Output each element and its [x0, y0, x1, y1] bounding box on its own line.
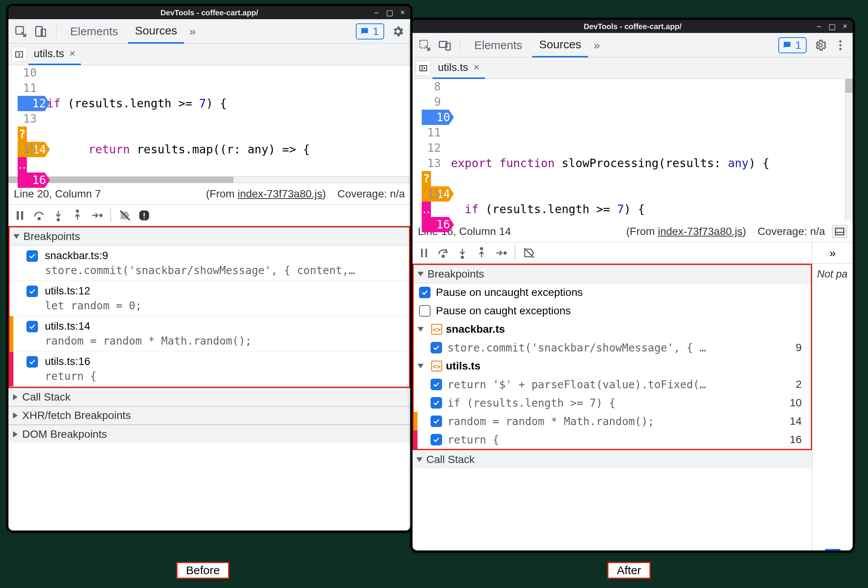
callstack-header[interactable]: Call Stack — [413, 450, 812, 468]
pause-exceptions-icon[interactable] — [136, 207, 153, 224]
breakpoint-flag-logpoint[interactable]: 16 — [18, 172, 50, 188]
breakpoints-section-header[interactable]: Breakpoints — [414, 265, 811, 283]
breakpoint-item[interactable]: utils.ts:14 random = random * Math.rando… — [10, 316, 409, 351]
svg-point-8 — [76, 210, 79, 212]
step-over-icon[interactable] — [435, 245, 452, 261]
checkbox-checked-icon[interactable] — [26, 250, 38, 262]
breakpoint-item[interactable]: snackbar.ts:9 store.commit('snackbar/sho… — [10, 246, 409, 281]
breakpoint-flag-logpoint[interactable]: 16 — [422, 217, 454, 232]
breakpoint-row[interactable]: if (results.length >= 7) { 10 — [414, 394, 811, 412]
xhr-breakpoints-header[interactable]: XHR/fetch Breakpoints — [8, 406, 410, 425]
checkbox-checked-icon[interactable] — [26, 356, 38, 368]
deactivate-breakpoints-icon[interactable] — [521, 245, 538, 261]
tab-elements[interactable]: Elements — [467, 33, 529, 57]
kebab-menu-icon[interactable] — [832, 37, 849, 54]
step-into-icon[interactable] — [454, 245, 471, 261]
os-close-button[interactable]: × — [397, 8, 408, 17]
step-into-icon[interactable] — [50, 207, 67, 224]
sourcemap-link[interactable]: index-73f73a80.js — [238, 188, 322, 200]
editor-status-bar: Line 20, Column 7 (From index-73f73a80.j… — [8, 183, 410, 205]
step-out-icon[interactable] — [69, 207, 86, 224]
close-tab-icon[interactable]: × — [473, 61, 479, 73]
issues-counter[interactable]: 1 — [356, 23, 384, 39]
deactivate-breakpoints-icon[interactable] — [117, 207, 133, 224]
issues-counter[interactable]: 1 — [778, 37, 807, 53]
step-over-icon[interactable] — [31, 207, 48, 224]
navigator-toggle-icon[interactable] — [416, 61, 431, 76]
settings-gear-icon[interactable] — [390, 23, 406, 40]
code-text[interactable]: if (results.length >= 7) { return result… — [41, 65, 410, 176]
os-minimize-button[interactable]: – — [814, 22, 824, 31]
checkbox-checked-icon[interactable] — [26, 286, 38, 297]
breakpoint-item[interactable]: utils.ts:16 return { — [10, 351, 409, 387]
gutter[interactable]: 10 11 12 13 ?14 15 ‥16 — [8, 65, 41, 176]
breakpoint-flag[interactable]: 12 — [18, 96, 50, 111]
device-toggle-icon[interactable] — [32, 23, 49, 40]
code-editor[interactable]: 8 9 10 11 12 13 ?14 15 ‥16 export functi… — [413, 79, 853, 221]
pause-uncaught-row[interactable]: Pause on uncaught exceptions — [414, 283, 811, 302]
checkbox-checked-icon[interactable] — [419, 287, 431, 298]
checkbox-checked-icon[interactable] — [431, 379, 442, 390]
tab-overflow[interactable]: » — [187, 19, 198, 44]
sourcemap-link[interactable]: index-73f73a80.js — [658, 225, 743, 237]
breakpoints-section-header[interactable]: Breakpoints — [10, 227, 409, 246]
os-maximize-button[interactable]: ▢ — [827, 22, 837, 31]
breakpoint-flag[interactable]: 10 — [422, 110, 454, 125]
breakpoint-row[interactable]: return { 16 — [414, 430, 811, 449]
navigator-toggle-icon[interactable] — [12, 47, 27, 62]
os-maximize-button[interactable]: ▢ — [384, 8, 395, 17]
breakpoint-item[interactable]: utils.ts:12 let random = 0; — [10, 281, 409, 316]
step-icon[interactable] — [492, 245, 509, 261]
inspect-element-icon[interactable] — [12, 23, 29, 40]
checkbox-checked-icon[interactable] — [26, 321, 38, 332]
checkbox-checked-icon[interactable] — [431, 416, 442, 427]
inspect-element-icon[interactable] — [416, 37, 433, 54]
v-scrollbar[interactable] — [845, 79, 853, 221]
breakpoints-panel-highlight: Breakpoints snackbar.ts:9 store.commit('… — [8, 226, 410, 388]
debugger-controls — [8, 205, 410, 226]
h-scrollbar[interactable] — [8, 176, 410, 183]
os-minimize-button[interactable]: – — [371, 8, 382, 17]
expand-triangle-icon — [418, 272, 424, 276]
os-close-button[interactable]: × — [840, 22, 850, 31]
close-tab-icon[interactable]: × — [69, 48, 75, 59]
pause-caught-row[interactable]: Pause on caught exceptions — [414, 302, 811, 320]
gutter[interactable]: 8 9 10 11 12 13 ?14 15 ‥16 — [413, 79, 445, 221]
tab-sources[interactable]: Sources — [532, 33, 588, 57]
breakpoint-row[interactable]: store.commit('snackbar/showMessage', { …… — [414, 338, 811, 357]
cursor-position: Line 20, Column 7 — [14, 188, 101, 200]
breakpoint-row[interactable]: return '$' + parseFloat(value).toFixed(…… — [414, 375, 811, 394]
svg-rect-10 — [144, 212, 145, 216]
side-overflow-icon[interactable]: » — [812, 242, 853, 264]
code-editor[interactable]: 10 11 12 13 ?14 15 ‥16 if (results.lengt… — [8, 65, 410, 176]
file-tab-utils[interactable]: utils.ts × — [28, 44, 81, 65]
pause-icon[interactable] — [416, 245, 432, 261]
checkbox-unchecked-icon[interactable] — [419, 305, 431, 317]
dom-breakpoints-header[interactable]: DOM Breakpoints — [8, 425, 410, 443]
toggle-drawer-icon[interactable] — [832, 225, 847, 238]
expand-triangle-icon — [418, 327, 424, 332]
svg-point-17 — [839, 44, 842, 46]
checkbox-checked-icon[interactable] — [431, 397, 442, 409]
os-window-controls: – ▢ × — [814, 22, 850, 31]
breakpoint-group-header[interactable]: <> utils.ts — [414, 357, 811, 375]
pause-icon[interactable] — [12, 207, 28, 224]
checkbox-checked-icon[interactable] — [431, 342, 442, 353]
tab-overflow[interactable]: » — [591, 33, 602, 57]
svg-point-15 — [819, 43, 822, 47]
tab-sources[interactable]: Sources — [128, 19, 184, 44]
breakpoint-stripe — [414, 412, 418, 430]
callstack-header[interactable]: Call Stack — [8, 388, 410, 406]
breakpoint-row[interactable]: random = random * Math.random(); 14 — [414, 412, 811, 430]
debugger-controls — [413, 242, 812, 264]
checkbox-checked-icon[interactable] — [431, 434, 442, 445]
step-icon[interactable] — [88, 207, 105, 224]
settings-gear-icon[interactable] — [812, 37, 829, 54]
tab-elements[interactable]: Elements — [63, 19, 125, 44]
device-toggle-icon[interactable] — [436, 37, 453, 54]
file-tab-utils[interactable]: utils.ts × — [432, 57, 485, 79]
editor-status-bar: Line 16, Column 14 (From index-73f73a80.… — [413, 221, 853, 242]
code-text[interactable]: export function slowProcessing(results: … — [445, 79, 853, 221]
step-out-icon[interactable] — [473, 245, 490, 261]
breakpoint-group-header[interactable]: <> snackbar.ts — [414, 320, 811, 338]
